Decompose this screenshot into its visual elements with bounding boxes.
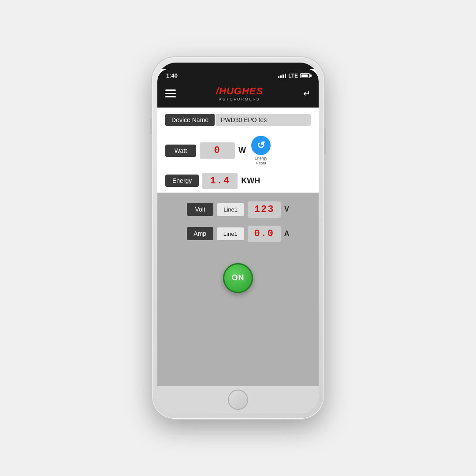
energy-reset-label: EnergyReset	[255, 156, 268, 166]
watt-label: Watt	[165, 145, 196, 157]
hamburger-line3	[165, 96, 176, 97]
camera-dot	[223, 64, 227, 68]
watt-row: Watt 0 W ↺ EnergyReset	[157, 132, 319, 169]
bar2	[280, 75, 282, 78]
battery-fill	[301, 74, 308, 77]
energy-value: 1.4	[210, 175, 231, 186]
logo-slash: /	[216, 86, 219, 97]
on-button-label: ON	[232, 273, 245, 283]
bar1	[278, 76, 279, 78]
speaker-slot	[231, 65, 253, 67]
logo-container: / HUGHES AUTOFORMERS	[216, 86, 263, 101]
volt-value: 123	[254, 204, 275, 215]
app-content: Device Name PWD30 EPO tes Watt 0 W ↺ Ene…	[157, 108, 319, 386]
logo-sub: AUTOFORMERS	[219, 97, 260, 101]
hamburger-menu-icon[interactable]	[165, 89, 176, 97]
watt-value: 0	[214, 145, 220, 156]
home-indicator-area	[157, 386, 319, 413]
status-bar: 1:40 LTE	[157, 69, 319, 81]
status-time: 1:40	[166, 72, 178, 79]
volt-row: Volt Line1 123 V	[165, 201, 311, 218]
volt-label: Volt	[187, 203, 213, 216]
hamburger-line2	[165, 93, 176, 94]
volt-display: 123	[248, 201, 281, 218]
on-button[interactable]: ON	[223, 263, 253, 293]
amp-value: 0.0	[254, 228, 274, 239]
amp-unit: A	[284, 230, 290, 238]
energy-reset-button[interactable]: ↺ EnergyReset	[251, 136, 271, 166]
amp-line-badge: Line1	[217, 227, 244, 240]
energy-row: Energy 1.4 KWH	[157, 169, 319, 193]
volt-unit: V	[284, 205, 289, 213]
bar4	[285, 74, 286, 78]
back-icon[interactable]: ↵	[303, 88, 311, 99]
bar3	[283, 74, 284, 78]
energy-unit: KWH	[241, 176, 260, 186]
watt-unit: W	[238, 146, 246, 155]
amp-row: Amp Line1 0.0 A	[165, 226, 311, 242]
watt-display: 0	[200, 142, 235, 159]
home-button[interactable]	[228, 390, 248, 410]
notch-area	[157, 63, 319, 69]
volt-line-badge: Line1	[217, 203, 244, 216]
energy-reset-circle: ↺	[251, 136, 271, 155]
device-name-label: Device Name	[165, 114, 215, 126]
hamburger-line1	[165, 89, 176, 91]
energy-reset-icon: ↺	[257, 140, 265, 151]
app-header: / HUGHES AUTOFORMERS ↵	[157, 81, 319, 108]
amp-label: Amp	[187, 227, 213, 240]
device-name-value: PWD30 EPO tes	[216, 114, 311, 126]
gray-section: Volt Line1 123 V Amp Line1 0.0 A	[157, 193, 319, 386]
signal-bars	[278, 74, 286, 78]
phone-screen: 1:40 LTE	[157, 63, 319, 413]
signal-label: LTE	[288, 73, 298, 79]
energy-display: 1.4	[202, 173, 238, 189]
battery-icon	[300, 73, 310, 78]
logo-hughes: HUGHES	[219, 86, 263, 97]
status-right: LTE	[278, 73, 310, 79]
device-name-row: Device Name PWD30 EPO tes	[157, 108, 319, 132]
amp-display: 0.0	[248, 226, 281, 242]
phone-frame: 1:40 LTE	[152, 57, 324, 419]
energy-label: Energy	[165, 175, 199, 187]
